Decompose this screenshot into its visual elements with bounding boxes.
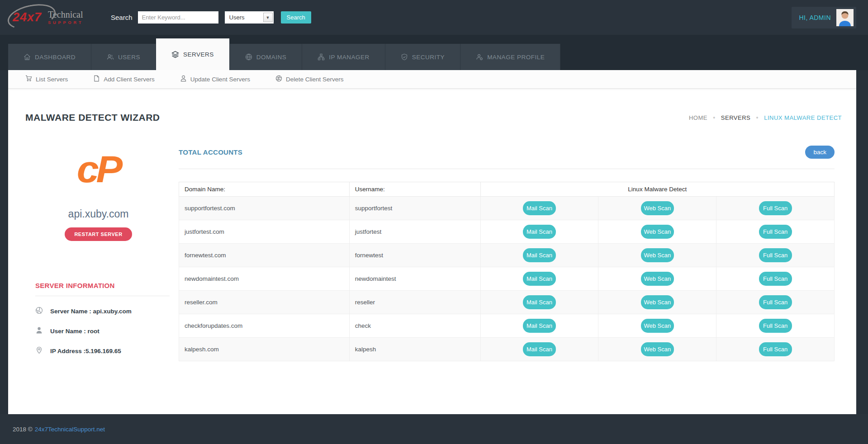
pin-icon xyxy=(35,346,43,356)
web-scan-button[interactable]: Web Scan xyxy=(641,319,674,333)
avatar[interactable] xyxy=(836,9,854,26)
username-cell: kalpesh xyxy=(349,338,480,361)
tab-ip-manager[interactable]: IP MANAGER xyxy=(302,44,385,70)
search-button[interactable]: Search xyxy=(281,11,311,24)
subnav-label: Delete Client Servers xyxy=(286,76,344,83)
full-scan-button[interactable]: Full Scan xyxy=(759,295,792,309)
scan-cell: Full Scan xyxy=(716,220,835,244)
total-accounts-title: TOTAL ACCOUNTS xyxy=(179,148,242,156)
web-scan-button[interactable]: Web Scan xyxy=(641,342,674,356)
tab-label: MANAGE PROFILE xyxy=(487,54,545,61)
breadcrumb-current[interactable]: LINUX MALWARE DETECT xyxy=(764,114,842,121)
domain-cell: supportfortest.com xyxy=(179,197,350,220)
subnav-add-client-servers[interactable]: Add Client Servers xyxy=(93,75,155,83)
domain-cell: justfortest.com xyxy=(179,220,350,244)
username-cell: supportfortest xyxy=(349,197,480,220)
server-name-row: Server Name : api.xuby.com xyxy=(35,307,179,316)
full-scan-button[interactable]: Full Scan xyxy=(759,225,792,239)
avatar-image xyxy=(836,9,854,26)
tab-security[interactable]: SECURITY xyxy=(385,44,460,70)
scan-cell: Web Scan xyxy=(598,314,716,338)
cpanel-logo-icon: cP xyxy=(77,150,120,188)
subnav-label: List Servers xyxy=(36,76,68,83)
mail-scan-button[interactable]: Mail Scan xyxy=(523,342,556,356)
mail-scan-button[interactable]: Mail Scan xyxy=(523,248,556,262)
subnav-label: Add Client Servers xyxy=(104,76,155,83)
subnav-update-client-servers[interactable]: Update Client Servers xyxy=(180,75,250,83)
admin-menu[interactable]: HI, ADMIN xyxy=(792,7,856,28)
domain-cell: reseller.com xyxy=(179,291,350,314)
tab-manage-profile[interactable]: MANAGE PROFILE xyxy=(460,44,560,70)
column-header-username: Username: xyxy=(349,182,480,197)
subnav-delete-client-servers[interactable]: Delete Client Servers xyxy=(275,75,344,83)
web-scan-button[interactable]: Web Scan xyxy=(641,225,674,239)
scan-cell: Web Scan xyxy=(598,338,716,361)
web-scan-button[interactable]: Web Scan xyxy=(641,248,674,262)
full-scan-button[interactable]: Full Scan xyxy=(759,248,792,262)
web-scan-button[interactable]: Web Scan xyxy=(641,272,674,286)
web-scan-button[interactable]: Web Scan xyxy=(641,201,674,215)
full-scan-button[interactable]: Full Scan xyxy=(759,342,792,356)
subnav-list-servers[interactable]: List Servers xyxy=(25,75,68,83)
ip-address-row: IP Address :5.196.169.65 xyxy=(35,346,179,356)
file-icon xyxy=(93,75,100,83)
scan-cell: Web Scan xyxy=(598,220,716,244)
full-scan-button[interactable]: Full Scan xyxy=(759,319,792,333)
tab-servers[interactable]: SERVERS xyxy=(156,38,230,70)
scan-cell: Web Scan xyxy=(598,291,716,314)
scan-cell: Mail Scan xyxy=(480,338,598,361)
site-logo: 24x7 Technical SUPPORT xyxy=(9,4,93,31)
mail-scan-button[interactable]: Mail Scan xyxy=(523,225,556,239)
server-name-text: Server Name : api.xuby.com xyxy=(50,308,132,315)
tab-users[interactable]: USERS xyxy=(91,44,156,70)
user-name-row: User Name : root xyxy=(35,326,179,336)
copyright-text: 2018 © xyxy=(13,426,33,433)
table-row: fornewtest.comfornewtestMail ScanWeb Sca… xyxy=(179,244,835,267)
breadcrumb-separator: ● xyxy=(713,115,716,120)
table-row: justfortest.comjustfortestMail ScanWeb S… xyxy=(179,220,835,244)
breadcrumb-servers[interactable]: SERVERS xyxy=(721,114,750,121)
tab-label: DASHBOARD xyxy=(35,54,76,61)
search-filter-select[interactable]: Users ▼ xyxy=(225,11,274,24)
scan-cell: Web Scan xyxy=(598,197,716,220)
tab-domains[interactable]: DOMAINS xyxy=(230,44,303,70)
breadcrumb-home[interactable]: HOME xyxy=(689,114,707,121)
scan-cell: Full Scan xyxy=(716,291,835,314)
full-scan-button[interactable]: Full Scan xyxy=(759,272,792,286)
full-scan-button[interactable]: Full Scan xyxy=(759,201,792,215)
scan-cell: Full Scan xyxy=(716,338,835,361)
mail-scan-button[interactable]: Mail Scan xyxy=(523,295,556,309)
person-icon xyxy=(180,75,187,83)
ip-address-text: IP Address :5.196.169.65 xyxy=(50,348,121,354)
mail-scan-button[interactable]: Mail Scan xyxy=(523,272,556,286)
main-nav-tabs: DASHBOARD USERS SERVERS DOMAINS IP MANAG… xyxy=(0,35,868,70)
scan-cell: Full Scan xyxy=(716,267,835,291)
mail-scan-button[interactable]: Mail Scan xyxy=(523,319,556,333)
restart-server-button[interactable]: RESTART SERVER xyxy=(65,227,132,241)
footer-link[interactable]: 24x7TechnicalSupport.net xyxy=(35,426,105,433)
scan-cell: Mail Scan xyxy=(480,220,598,244)
search-label: Search xyxy=(111,14,133,21)
server-domain: api.xuby.com xyxy=(18,208,179,220)
scan-cell: Mail Scan xyxy=(480,244,598,267)
scan-cell: Full Scan xyxy=(716,197,835,220)
network-icon xyxy=(318,53,325,61)
web-scan-button[interactable]: Web Scan xyxy=(641,295,674,309)
layers-icon xyxy=(171,51,179,58)
scan-cell: Mail Scan xyxy=(480,291,598,314)
search-input[interactable] xyxy=(138,11,218,24)
mail-scan-button[interactable]: Mail Scan xyxy=(523,201,556,215)
accounts-table: Domain Name: Username: Linux Malware Det… xyxy=(179,182,835,361)
search-filter-value: Users xyxy=(225,14,245,21)
table-row: checkforupdates.comcheckMail ScanWeb Sca… xyxy=(179,314,835,338)
scan-cell: Full Scan xyxy=(716,314,835,338)
tab-label: USERS xyxy=(118,54,140,61)
user-gear-icon xyxy=(476,53,483,61)
tab-dashboard[interactable]: DASHBOARD xyxy=(8,44,91,70)
logo-text-24x7: 24x7 xyxy=(9,10,42,24)
back-button[interactable]: back xyxy=(805,146,835,159)
tab-label: SERVERS xyxy=(183,51,214,58)
main-content: MALWARE DETECT WIZARD HOME ● SERVERS ● L… xyxy=(8,89,856,414)
username-cell: check xyxy=(349,314,480,338)
divider xyxy=(179,169,835,169)
